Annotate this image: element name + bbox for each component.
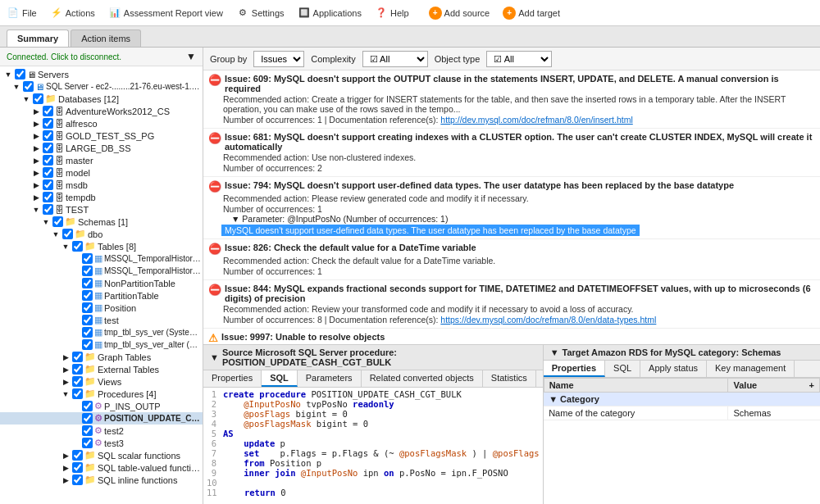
checkbox[interactable] bbox=[43, 167, 53, 178]
checkbox[interactable] bbox=[43, 179, 53, 190]
issue-item[interactable]: ⛔ Issue: 794: MySQL doesn't support user… bbox=[203, 177, 820, 239]
sql-scalar-item[interactable]: ▶ 📁 SQL scalar functions bbox=[0, 449, 203, 461]
test-db-item[interactable]: ▼ 🗄 TEST bbox=[0, 203, 203, 216]
checkbox[interactable] bbox=[82, 401, 93, 411]
checkbox[interactable] bbox=[82, 339, 93, 350]
checkbox[interactable] bbox=[82, 290, 93, 301]
checkbox[interactable] bbox=[82, 315, 93, 325]
databases-checkbox[interactable] bbox=[33, 93, 43, 104]
tree-item[interactable]: ▶ 🗄 master bbox=[0, 154, 203, 166]
issue-item[interactable]: ⛔ Issue: 609: MySQL doesn't support the … bbox=[203, 70, 820, 129]
complexity-select[interactable]: ☑ All bbox=[362, 51, 428, 67]
table-row[interactable]: ▦ MSSQL_TemporalHistoryFor_1013578 bbox=[0, 252, 203, 265]
checkbox[interactable] bbox=[43, 130, 53, 141]
tree-item[interactable]: ▶ 🗄 tempdb bbox=[0, 191, 203, 203]
procedures-checkbox[interactable] bbox=[72, 388, 83, 399]
selected-proc-item[interactable]: ⚙ POSITION_UPDATE_CASH_CGT_BULK bbox=[0, 412, 203, 425]
table-row[interactable]: ▦ NonPartitionTable bbox=[0, 277, 203, 289]
table-row[interactable]: ▦ test bbox=[0, 314, 203, 326]
source-tab-parameters[interactable]: Parameters bbox=[298, 370, 362, 387]
target-tab-apply-status[interactable]: Apply status bbox=[640, 361, 707, 377]
dbo-item[interactable]: ▼ 📁 dbo bbox=[0, 228, 203, 240]
table-row[interactable]: ▦ tmp_tbl_sys_ver (System-Versioned) bbox=[0, 326, 203, 338]
source-tab-sql[interactable]: SQL bbox=[262, 370, 298, 387]
file-menu[interactable]: 📄 File bbox=[7, 7, 37, 20]
procedures-item[interactable]: ▼ 📁 Procedures [4] bbox=[0, 388, 203, 400]
tab-summary[interactable]: Summary bbox=[7, 30, 69, 47]
dbo-checkbox[interactable] bbox=[62, 229, 73, 239]
table-row[interactable]: ▦ tmp_tbl_sys_ver_alter (System-Versio..… bbox=[0, 338, 203, 351]
assessment-menu[interactable]: 📊 Assessment Report view bbox=[108, 7, 223, 20]
tree-item[interactable]: ▶ 🗄 alfresco bbox=[0, 117, 203, 129]
tables-item[interactable]: ▼ 📁 Tables [8] bbox=[0, 240, 203, 252]
schemas-item[interactable]: ▼ 📁 Schemas [1] bbox=[0, 216, 203, 228]
checkbox[interactable] bbox=[43, 118, 53, 129]
views-item[interactable]: ▶ 📁 Views bbox=[0, 375, 203, 388]
target-tab-properties[interactable]: Properties bbox=[544, 361, 605, 377]
checkbox[interactable] bbox=[82, 425, 93, 436]
proc-item[interactable]: ⚙ test2 bbox=[0, 425, 203, 437]
checkbox[interactable] bbox=[82, 278, 93, 288]
graph-tables-item[interactable]: ▶ 📁 Graph Tables bbox=[0, 351, 203, 363]
checkbox[interactable] bbox=[82, 327, 93, 338]
checkbox[interactable] bbox=[82, 266, 93, 276]
add-prop-button[interactable]: + bbox=[809, 380, 814, 390]
proc-item[interactable]: ⚙ test3 bbox=[0, 437, 203, 449]
add-source-button[interactable]: + Add source bbox=[429, 7, 490, 20]
checkbox[interactable] bbox=[72, 474, 83, 485]
checkbox[interactable] bbox=[82, 302, 93, 313]
source-tab-related[interactable]: Related converted objects bbox=[362, 370, 483, 387]
views-checkbox[interactable] bbox=[72, 376, 83, 387]
applications-menu[interactable]: 🔲 Applications bbox=[298, 7, 362, 20]
issue-item[interactable]: ⚠ Issue: 9997: Unable to resolve objects… bbox=[203, 329, 820, 344]
schemas-checkbox[interactable] bbox=[52, 216, 63, 227]
target-tab-sql[interactable]: SQL bbox=[605, 361, 640, 377]
issue-item[interactable]: ⛔ Issue: 844: MySQL expands fractional s… bbox=[203, 280, 820, 329]
checkbox[interactable] bbox=[82, 438, 93, 448]
filter-icon[interactable]: ▼ bbox=[186, 51, 196, 62]
external-tables-item[interactable]: ▶ 📁 External Tables bbox=[0, 363, 203, 375]
graph-tables-checkbox[interactable] bbox=[72, 352, 83, 362]
object-type-select[interactable]: ☑ All bbox=[486, 51, 552, 67]
source-tab-statistics[interactable]: Statistics bbox=[483, 370, 536, 387]
checkbox[interactable] bbox=[43, 192, 53, 202]
checkbox[interactable] bbox=[82, 253, 93, 264]
databases-item[interactable]: ▼ 📁 Databases [12] bbox=[0, 93, 203, 105]
checkbox[interactable] bbox=[82, 413, 93, 424]
tree-item[interactable]: ▶ 🗄 LARGE_DB_SS bbox=[0, 142, 203, 154]
table-row[interactable]: ▦ Position bbox=[0, 302, 203, 314]
checkbox[interactable] bbox=[72, 450, 83, 461]
checkbox[interactable] bbox=[72, 462, 83, 473]
issue-item[interactable]: ⛔ Issue: 681: MySQL doesn't support crea… bbox=[203, 129, 820, 177]
tree-item[interactable]: ▶ 🗄 model bbox=[0, 166, 203, 179]
tables-checkbox[interactable] bbox=[72, 241, 83, 252]
issue-item[interactable]: ⛔ Issue: 826: Check the default value fo… bbox=[203, 239, 820, 280]
group-by-select[interactable]: Issues bbox=[253, 51, 304, 67]
sql-table-item[interactable]: ▶ 📁 SQL table-valued functions bbox=[0, 461, 203, 474]
tree-item[interactable]: ▶ 🗄 msdb bbox=[0, 179, 203, 191]
add-target-button[interactable]: + Add target bbox=[503, 7, 560, 20]
table-row[interactable]: ▦ PartitionTable bbox=[0, 289, 203, 302]
test-db-checkbox[interactable] bbox=[43, 204, 53, 215]
target-tab-key-management[interactable]: Key management bbox=[707, 361, 795, 377]
source-tab-properties[interactable]: Properties bbox=[203, 370, 262, 387]
tree-item[interactable]: ▶ 🗄 AdventureWorks2012_CS bbox=[0, 105, 203, 117]
doc-link[interactable]: http://dev.mysql.com/doc/refman/8.0/en/i… bbox=[440, 115, 632, 125]
help-menu[interactable]: ❓ Help bbox=[375, 7, 409, 20]
settings-menu[interactable]: ⚙ Settings bbox=[236, 7, 285, 20]
checkbox[interactable] bbox=[43, 106, 53, 116]
connected-label[interactable]: Connected. Click to disconnect. bbox=[7, 52, 121, 61]
servers-item[interactable]: ▼ 🖥 Servers bbox=[0, 68, 203, 80]
servers-checkbox[interactable] bbox=[15, 69, 25, 79]
sql-inline-item[interactable]: ▶ 📁 SQL inline functions bbox=[0, 474, 203, 486]
checkbox[interactable] bbox=[43, 143, 53, 153]
tree-item[interactable]: ▶ 🗄 GOLD_TEST_SS_PG bbox=[0, 129, 203, 142]
tab-action-items[interactable]: Action items bbox=[71, 30, 141, 47]
sql-server-item[interactable]: ▼ 🖥 SQL Server - ec2-........21-76.eu-we… bbox=[0, 80, 203, 93]
sql-server-checkbox[interactable] bbox=[23, 81, 34, 92]
external-tables-checkbox[interactable] bbox=[72, 364, 83, 375]
proc-item[interactable]: ⚙ P_INS_OUTP bbox=[0, 400, 203, 412]
actions-menu[interactable]: ⚡ Actions bbox=[50, 7, 95, 20]
doc-link[interactable]: https://dev.mysql.com/doc/refman/8.0/en/… bbox=[440, 315, 656, 325]
checkbox[interactable] bbox=[43, 155, 53, 166]
